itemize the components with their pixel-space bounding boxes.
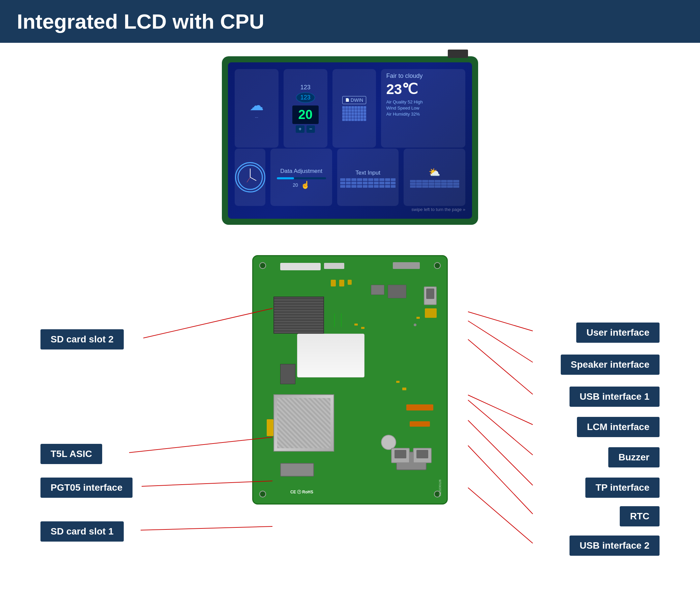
svg-line-7 [141, 526, 273, 530]
text-input-label: Text Input [355, 170, 380, 176]
svg-line-11 [468, 395, 533, 424]
label-speaker-interface: Speaker interface [561, 355, 659, 375]
label-sd-card-slot-2: SD card slot 2 [41, 329, 124, 350]
air-humidity: Air Humidity 32% [386, 112, 460, 117]
label-t5l-asic: T5L ASIC [41, 444, 102, 464]
brand-label: DWIN [351, 97, 363, 103]
svg-line-9 [468, 321, 533, 362]
pcb-board: CE ⓡ RoHS T5L0230128 [252, 255, 448, 504]
weather-title: Fair to cloudy [386, 73, 460, 80]
svg-line-5 [129, 437, 273, 453]
svg-line-3 [247, 177, 250, 182]
wind-speed: Wind Speed Low [386, 106, 460, 111]
cloud-icon: ☁ [250, 97, 264, 114]
label-rtc: RTC [620, 506, 659, 526]
air-quality: Air Quality 52 High [386, 99, 460, 105]
label-pgt05-interface: PGT05 interface [41, 478, 133, 498]
label-tp-interface: TP interface [585, 478, 659, 498]
nav-hint: swipe left to turn the page » [411, 207, 465, 212]
label-user-interface: User interface [576, 322, 659, 343]
svg-line-15 [468, 488, 533, 543]
weather-temp: 23℃ [386, 81, 460, 97]
label-usb-interface-1: USB interface 1 [570, 387, 659, 407]
label-buzzer: Buzzer [608, 447, 659, 467]
svg-line-8 [468, 312, 533, 331]
label-lcm-interface: LCM interface [577, 417, 659, 437]
svg-line-14 [468, 446, 533, 514]
page-title: Integrated LCD with CPU [17, 10, 683, 33]
header: Integrated LCD with CPU [0, 0, 700, 43]
lcd-display: ☁ ··· 123 123 20 + − [222, 56, 478, 225]
pcb-diagram: SD card slot 2 T5L ASIC PGT05 interface … [20, 245, 680, 575]
data-adj-label: Data Adjustment [280, 168, 322, 175]
svg-line-12 [468, 400, 533, 455]
svg-line-13 [468, 420, 533, 485]
svg-line-10 [468, 339, 533, 394]
label-usb-interface-2: USB interface 2 [570, 535, 659, 556]
svg-line-2 [250, 177, 256, 181]
label-sd-card-slot-1: SD card slot 1 [41, 521, 124, 542]
counter-value: 20 [298, 108, 313, 122]
